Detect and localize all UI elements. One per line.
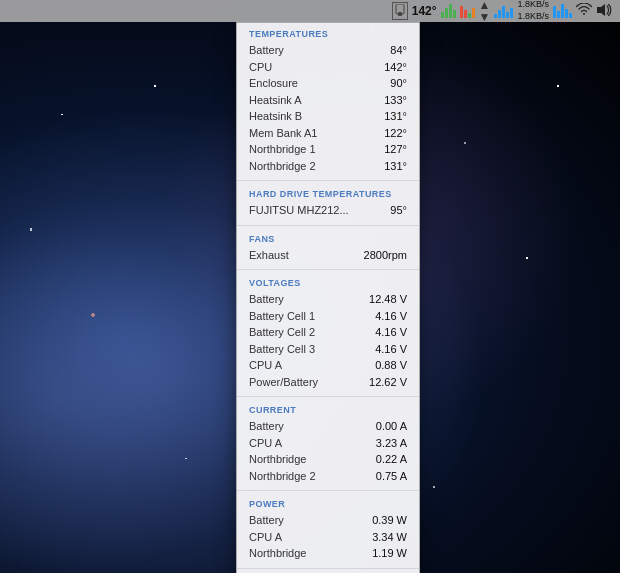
fans-section: FANS Exhaust 2800rpm xyxy=(237,228,419,268)
table-row: Heatsink A 133° xyxy=(249,92,407,109)
divider xyxy=(237,568,419,569)
current-section: CURRENT Battery 0.00 A CPU A 3.23 A Nort… xyxy=(237,399,419,488)
table-row: CPU A 0.88 V xyxy=(249,357,407,374)
table-row: Battery Cell 2 4.16 V xyxy=(249,324,407,341)
svg-marker-2 xyxy=(597,4,605,16)
table-row: Battery 0.39 W xyxy=(249,512,407,529)
divider xyxy=(237,269,419,270)
table-row: Exhaust 2800rpm xyxy=(249,247,407,264)
table-row: Mem Bank A1 122° xyxy=(249,125,407,142)
gpu-bars xyxy=(553,4,572,18)
table-row: Northbridge 1 127° xyxy=(249,141,407,158)
table-row: Battery 12.48 V xyxy=(249,291,407,308)
table-row: CPU A 3.23 A xyxy=(249,435,407,452)
table-row: Northbridge 0.22 A xyxy=(249,451,407,468)
table-row: Heatsink B 131° xyxy=(249,108,407,125)
current-title: CURRENT xyxy=(249,405,407,415)
table-row: Battery 0.00 A xyxy=(249,418,407,435)
svg-rect-1 xyxy=(398,12,402,16)
cpu-temp-indicator[interactable] xyxy=(392,2,408,20)
hard-drive-temps-section: HARD DRIVE TEMPERATURES FUJITSU MHZ212..… xyxy=(237,183,419,223)
table-row: Northbridge 1.19 W xyxy=(249,545,407,562)
wifi-icon[interactable] xyxy=(576,3,592,20)
table-row: FUJITSU MHZ212... 95° xyxy=(249,202,407,219)
divider xyxy=(237,225,419,226)
table-row: Northbridge 2 0.75 A xyxy=(249,468,407,485)
hard-drive-temps-title: HARD DRIVE TEMPERATURES xyxy=(249,189,407,199)
menubar-items: 142° ▲ ▼ 1.8KB/s xyxy=(392,0,612,23)
power-title: POWER xyxy=(249,499,407,509)
voltages-section: VOLTAGES Battery 12.48 V Battery Cell 1 … xyxy=(237,272,419,394)
table-row: Enclosure 90° xyxy=(249,75,407,92)
cpu-bars xyxy=(441,4,456,18)
table-row: Northbridge 2 131° xyxy=(249,158,407,175)
voltages-title: VOLTAGES xyxy=(249,278,407,288)
stats-panel: TEMPERATURES Battery 84° CPU 142° Enclos… xyxy=(236,22,420,573)
fans-title: FANS xyxy=(249,234,407,244)
table-row: CPU A 3.34 W xyxy=(249,529,407,546)
memory-bars xyxy=(460,4,475,18)
network-readout: 1.8KB/s 1.8KB/s xyxy=(517,0,549,23)
divider xyxy=(237,490,419,491)
table-row: CPU 142° xyxy=(249,59,407,76)
volume-icon[interactable] xyxy=(596,3,612,20)
temperatures-title: TEMPERATURES xyxy=(249,29,407,39)
table-row: Battery Cell 3 4.16 V xyxy=(249,341,407,358)
temp-readout: 142° xyxy=(412,4,437,18)
disk-arrows: ▲ ▼ xyxy=(479,0,491,23)
power-section: POWER Battery 0.39 W CPU A 3.34 W Northb… xyxy=(237,493,419,566)
menubar: 142° ▲ ▼ 1.8KB/s xyxy=(0,0,620,22)
network-bars xyxy=(494,4,513,18)
table-row: Battery Cell 1 4.16 V xyxy=(249,308,407,325)
table-row: Power/Battery 12.62 V xyxy=(249,374,407,391)
table-row: Battery 84° xyxy=(249,42,407,59)
temperatures-section: TEMPERATURES Battery 84° CPU 142° Enclos… xyxy=(237,23,419,178)
divider xyxy=(237,180,419,181)
divider xyxy=(237,396,419,397)
